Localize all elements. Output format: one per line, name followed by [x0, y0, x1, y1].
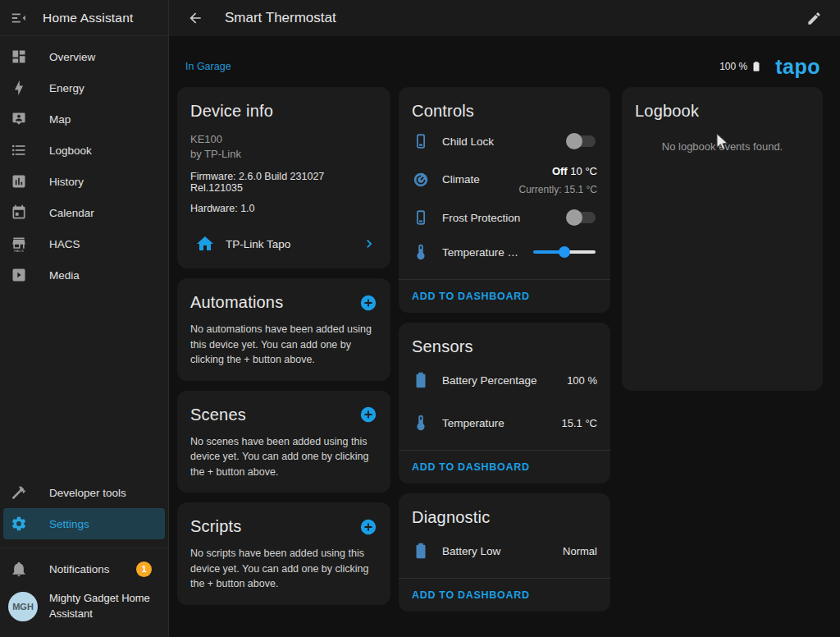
scenes-card: Scenes No scenes have been added using t… [177, 391, 390, 493]
tapo-logo: tapo [775, 55, 820, 79]
diagnostic-add-to-dashboard-button[interactable]: ADD TO DASHBOARD [399, 578, 610, 612]
logbook-title: Logbook [635, 102, 810, 121]
device-topbar: In Garage 100 % tapo [177, 54, 824, 79]
entity-row-climate: Climate Off 10 °C Currently: 15.1 °C [412, 162, 597, 197]
svg-text:HACS: HACS [14, 249, 24, 252]
integration-link[interactable]: TP-Link Tapo [190, 229, 377, 255]
app-title: Home Assistant [43, 11, 133, 25]
card-columns: Device info KE100 by TP-Link Firmware: 2… [177, 87, 824, 621]
device-model: KE100 by TP-Link [190, 132, 377, 162]
avatar: MGH [8, 592, 38, 621]
sidebar-item-hacs[interactable]: HACS HACS [0, 228, 168, 259]
automations-empty-text: No automations have been added using thi… [190, 322, 377, 368]
slider-thumb[interactable] [559, 246, 570, 258]
home-icon [195, 234, 215, 254]
integration-name: TP-Link Tapo [226, 238, 290, 250]
edit-pencil-icon[interactable] [806, 11, 822, 26]
gear-icon [11, 516, 27, 532]
back-arrow-icon[interactable] [187, 10, 203, 26]
scenes-empty-text: No scenes have been added using this dev… [190, 434, 377, 480]
sensors-card: Sensors Battery Percentage 100 % [399, 323, 610, 483]
entity-row-temperature-offset: Temperature … [412, 238, 597, 266]
chevron-right-icon [361, 236, 377, 252]
chart-box-icon [11, 173, 27, 190]
sidebar-item-calendar[interactable]: Calendar [0, 197, 168, 228]
page-header: Smart Thermostat [169, 0, 840, 36]
sensor-value: 15.1 °C [561, 417, 597, 429]
column-left: Device info KE100 by TP-Link Firmware: 2… [177, 87, 390, 615]
sidebar-item-map[interactable]: Map [0, 103, 168, 135]
user-name: Mighty Gadget Home Assistant [49, 591, 150, 622]
diagnostic-value: Normal [563, 545, 597, 557]
add-script-button[interactable] [359, 518, 377, 536]
climate-state[interactable]: Off 10 °C Currently: 15.1 °C [518, 162, 597, 197]
sidebar-header: Home Assistant [0, 0, 168, 36]
lightning-bolt-icon [11, 80, 27, 96]
thermostat-icon [412, 171, 430, 189]
column-middle: Controls Child Lock [399, 87, 610, 621]
radiator-valve-icon [412, 132, 430, 150]
automations-title: Automations [190, 293, 283, 312]
device-page-content: In Garage 100 % tapo Device info [169, 36, 840, 637]
entity-row-child-lock: Child Lock [412, 127, 597, 155]
scenes-title: Scenes [190, 406, 246, 424]
sidebar-item-notifications[interactable]: Notifications 1 [0, 553, 168, 584]
sensor-value: 100 % [567, 374, 597, 387]
scripts-empty-text: No scripts have been added using this de… [190, 546, 377, 592]
sidebar-item-settings[interactable]: Settings [3, 508, 165, 539]
diagnostic-title: Diagnostic [412, 508, 597, 527]
hammer-icon [11, 484, 27, 501]
entity-row-battery-low[interactable]: Battery Low Normal [412, 537, 597, 565]
radiator-valve-icon [412, 209, 430, 227]
entity-row-temperature-sensor[interactable]: Temperature 15.1 °C [412, 409, 597, 437]
entity-row-battery-percentage[interactable]: Battery Percentage 100 % [412, 366, 597, 394]
sensors-add-to-dashboard-button[interactable]: ADD TO DASHBOARD [399, 450, 610, 483]
automations-card: Automations No automations have been add… [177, 278, 390, 381]
dashboard-icon [11, 48, 27, 65]
battery-icon [412, 542, 430, 560]
scripts-title: Scripts [190, 517, 242, 536]
topbar-right: 100 % tapo [719, 55, 820, 79]
bell-icon [11, 561, 27, 577]
notification-badge: 1 [136, 561, 152, 577]
main-area: Smart Thermostat In Garage 100 % tapo [169, 0, 840, 637]
scripts-card: Scripts No scripts have been added using… [177, 502, 390, 605]
sidebar: Home Assistant Overview Energy Map [0, 0, 169, 637]
thermometer-icon [412, 243, 430, 261]
battery-icon [751, 60, 762, 73]
play-box-icon [11, 267, 27, 283]
battery-icon [412, 371, 430, 389]
calendar-icon [11, 204, 27, 221]
area-link[interactable]: In Garage [185, 61, 231, 72]
frost-protection-toggle[interactable] [568, 212, 596, 223]
logbook-empty-text: No logbook events found. [635, 140, 810, 153]
page-title: Smart Thermostat [225, 10, 336, 26]
sidebar-item-energy[interactable]: Energy [0, 72, 168, 103]
controls-title: Controls [412, 102, 597, 121]
entity-row-frost-protection: Frost Protection [412, 204, 597, 231]
add-scene-button[interactable] [359, 406, 377, 424]
store-icon: HACS [11, 236, 27, 252]
sidebar-item-developer-tools[interactable]: Developer tools [0, 477, 168, 508]
list-bulleted-icon [11, 142, 27, 158]
temperature-slider[interactable] [533, 246, 596, 258]
sidebar-divider [0, 548, 168, 548]
sidebar-item-logbook[interactable]: Logbook [0, 135, 168, 166]
map-account-icon [11, 111, 27, 127]
column-right: Logbook No logbook events found. [622, 87, 823, 401]
sidebar-bottom: Developer tools Settings Notifications 1… [0, 477, 168, 637]
device-hardware: Hardware: 1.0 [190, 203, 377, 214]
sensors-title: Sensors [412, 337, 597, 356]
sidebar-item-media[interactable]: Media [0, 259, 168, 291]
sidebar-item-overview[interactable]: Overview [0, 41, 168, 72]
sidebar-item-history[interactable]: History [0, 166, 168, 197]
add-automation-button[interactable] [359, 294, 377, 312]
diagnostic-card: Diagnostic Battery Low Normal ADD TO DAS… [399, 493, 610, 612]
child-lock-toggle[interactable] [568, 135, 596, 147]
sidebar-user-profile[interactable]: MGH Mighty Gadget Home Assistant [0, 584, 168, 632]
device-info-card: Device info KE100 by TP-Link Firmware: 2… [177, 87, 390, 268]
sidebar-collapse-icon[interactable] [10, 9, 28, 27]
logbook-card: Logbook No logbook events found. [622, 87, 823, 391]
device-info-title: Device info [190, 102, 377, 121]
controls-add-to-dashboard-button[interactable]: ADD TO DASHBOARD [399, 279, 610, 313]
